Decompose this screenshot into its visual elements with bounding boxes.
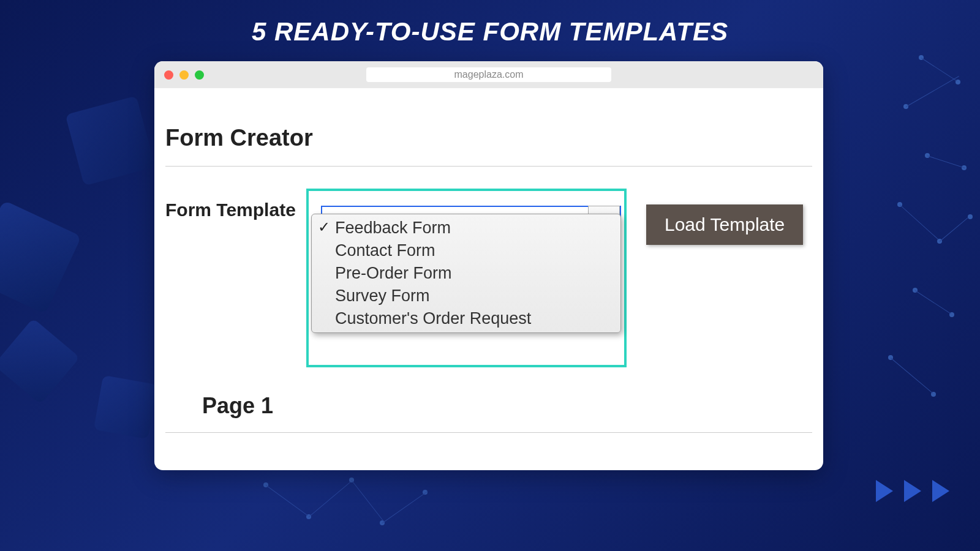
window-minimize-icon[interactable] [179, 70, 189, 80]
dropdown-option-preorder[interactable]: Pre-Order Form [312, 262, 620, 285]
browser-chrome: mageplaza.com [154, 61, 823, 88]
address-bar-text: mageplaza.com [454, 69, 524, 80]
form-template-row: Form Template Feedback Form Contact Form… [165, 189, 812, 367]
address-bar[interactable]: mageplaza.com [366, 67, 611, 82]
dropdown-option-feedback[interactable]: Feedback Form [312, 217, 620, 239]
dropdown-option-survey[interactable]: Survey Form [312, 285, 620, 307]
dropdown-option-contact[interactable]: Contact Form [312, 239, 620, 262]
select-highlight-box: Feedback Form Contact Form Pre-Order For… [306, 189, 627, 367]
decorative-network [796, 37, 980, 465]
page-content: Form Creator Form Template Feedback Form… [154, 88, 823, 445]
template-dropdown-menu: Feedback Form Contact Form Pre-Order For… [311, 214, 621, 333]
window-maximize-icon[interactable] [195, 70, 204, 80]
section-title: Form Creator [165, 125, 812, 167]
browser-window: mageplaza.com Form Creator Form Template… [154, 61, 823, 470]
load-template-button[interactable]: Load Template [646, 204, 803, 245]
decorative-cube [0, 318, 80, 405]
decorative-cube [0, 200, 81, 314]
decorative-cube [94, 375, 157, 439]
dropdown-option-customer-order[interactable]: Customer's Order Request [312, 307, 620, 330]
page-section-title: Page 1 [165, 393, 812, 433]
window-close-icon[interactable] [164, 70, 173, 80]
page-section: Page 1 [165, 393, 812, 433]
form-template-label: Form Template [165, 200, 306, 220]
decorative-arrows [876, 480, 949, 502]
decorative-cube [66, 96, 156, 186]
